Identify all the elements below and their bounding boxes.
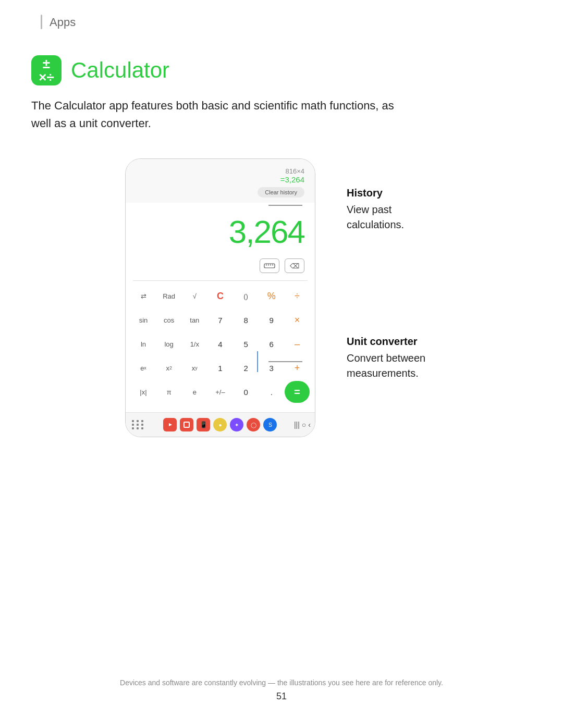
btn-0[interactable]: 0 [234, 381, 259, 403]
btn-plus[interactable]: + [285, 357, 310, 379]
btn-3[interactable]: 3 [259, 357, 284, 379]
nav-app-phone[interactable]: 📱 [197, 418, 210, 431]
btn-dot[interactable]: . [259, 381, 284, 403]
button-row-1: ⇄ Rad √ C () % ÷ [131, 285, 310, 307]
btn-sqrt[interactable]: √ [182, 285, 207, 307]
apps-grid-icon[interactable] [132, 420, 144, 429]
unit-callout-desc: Convert between measurements. [347, 351, 440, 381]
footer-disclaimer: Devices and software are constantly evol… [0, 678, 563, 687]
nav-back-icon[interactable]: ‹ [308, 421, 311, 429]
phone-mockup: 816×4 =3,264 Clear history 3,264 [78, 158, 315, 437]
nav-home-icon[interactable]: ○ [302, 421, 306, 429]
nav-app-youtube[interactable] [163, 418, 177, 431]
btn-9[interactable]: 9 [259, 309, 284, 331]
history-result: =3,264 [136, 175, 304, 184]
app-icon: ±×÷ [31, 55, 62, 85]
svg-marker-5 [169, 423, 172, 426]
unit-converter-callout: Unit converter Convert between measureme… [347, 336, 440, 381]
btn-cos[interactable]: cos [156, 309, 181, 331]
nav-app-blue[interactable]: S [263, 418, 277, 431]
nav-recent-icon[interactable]: ||| [294, 421, 300, 429]
history-callout-desc: View past calculations. [347, 202, 440, 232]
button-row-5: |x| π e +/– 0 . = [131, 381, 310, 403]
nav-app-purple[interactable]: ✦ [230, 418, 243, 431]
display-number: 3,264 [229, 213, 304, 250]
btn-7[interactable]: 7 [207, 309, 232, 331]
btn-pi[interactable]: π [156, 381, 181, 403]
btn-5[interactable]: 5 [234, 333, 259, 355]
nav-app-chrome[interactable]: ● [213, 418, 227, 431]
nav-system-icons: ||| ○ ‹ [294, 421, 311, 429]
btn-pow[interactable]: xy [182, 357, 207, 379]
btn-4[interactable]: 4 [207, 333, 232, 355]
page-footer: Devices and software are constantly evol… [0, 678, 563, 702]
history-expression: 816×4 [136, 167, 304, 175]
unit-converter-area: ⌫ [126, 255, 315, 280]
history-callout-title: History [347, 187, 440, 199]
btn-rad[interactable]: Rad [156, 285, 181, 307]
button-row-2: sin cos tan 7 8 9 × [131, 309, 310, 331]
clear-history-button[interactable]: Clear history [258, 187, 304, 198]
app-title-section: ±×÷ Calculator [0, 29, 563, 85]
nav-app-red[interactable] [180, 418, 193, 431]
btn-e[interactable]: e [182, 381, 207, 403]
btn-negate[interactable]: +/– [207, 381, 232, 403]
unit-callout-title: Unit converter [347, 336, 440, 348]
history-callout: History View past calculations. [347, 187, 440, 232]
btn-sq[interactable]: x2 [156, 357, 181, 379]
nav-app-icons: 📱 ● ✦ ◯ S [163, 418, 277, 431]
btn-tan[interactable]: tan [182, 309, 207, 331]
btn-equals[interactable]: = [285, 381, 310, 403]
history-area: 816×4 =3,264 Clear history [126, 159, 315, 203]
btn-1[interactable]: 1 [207, 357, 232, 379]
button-row-3: ln log 1/x 4 5 6 – [131, 333, 310, 355]
app-icon-symbol: ±×÷ [39, 57, 54, 84]
btn-2[interactable]: 2 [234, 357, 259, 379]
btn-clear[interactable]: C [207, 285, 232, 307]
bottom-nav-bar: 📱 ● ✦ ◯ S ||| [126, 412, 315, 437]
btn-multiply[interactable]: × [285, 309, 310, 331]
main-display: 3,264 [126, 203, 315, 255]
btn-log[interactable]: log [156, 333, 181, 355]
nav-app-red-round[interactable]: ◯ [247, 418, 260, 431]
btn-ln[interactable]: ln [131, 333, 156, 355]
btn-8[interactable]: 8 [234, 309, 259, 331]
callouts-container: History View past calculations. Unit con… [315, 158, 440, 190]
unit-ruler-icon[interactable] [260, 258, 279, 273]
footer-page-number: 51 [0, 691, 563, 702]
app-description: The Calculator app features both basic a… [0, 85, 427, 132]
btn-minus[interactable]: – [285, 333, 310, 355]
btn-percent[interactable]: % [259, 285, 284, 307]
btn-recip[interactable]: 1/x [182, 333, 207, 355]
btn-divide[interactable]: ÷ [285, 285, 310, 307]
btn-parens[interactable]: () [234, 285, 259, 307]
delete-icon[interactable]: ⌫ [285, 258, 304, 273]
btn-exp[interactable]: ex [131, 357, 156, 379]
calculator-buttons: ⇄ Rad √ C () % ÷ sin cos tan 7 8 9 × [126, 281, 315, 412]
svg-rect-0 [264, 264, 275, 268]
btn-6[interactable]: 6 [259, 333, 284, 355]
app-title: Calculator [71, 58, 169, 83]
btn-sin[interactable]: sin [131, 309, 156, 331]
btn-abs[interactable]: |x| [131, 381, 156, 403]
button-row-4: ex x2 xy 1 2 3 + [131, 357, 310, 379]
section-label: Apps [50, 15, 76, 29]
btn-swap[interactable]: ⇄ [131, 285, 156, 307]
